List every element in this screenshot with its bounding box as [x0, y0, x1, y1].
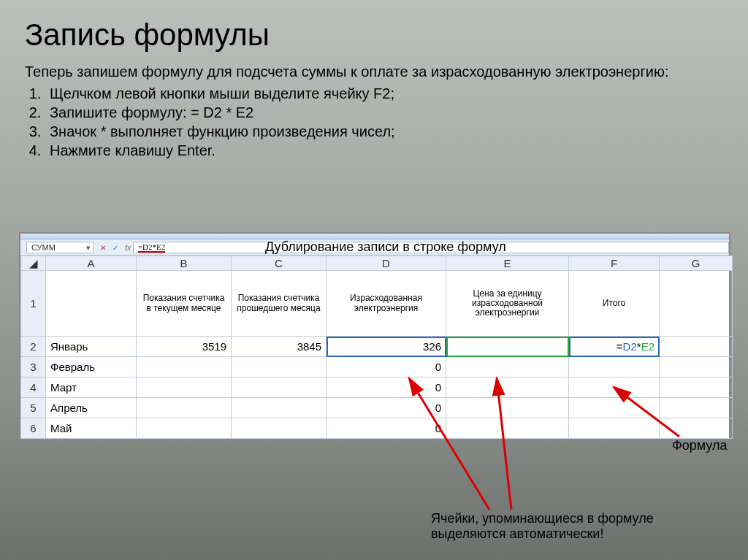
cell-C2[interactable]: 3845: [232, 337, 327, 357]
row-5-head[interactable]: 5: [21, 398, 46, 418]
cancel-icon[interactable]: ✕: [100, 244, 106, 252]
step-4: Нажмите клавишу Enter.: [45, 141, 723, 160]
slide-title: Запись формулы: [25, 18, 723, 53]
intro-text: Теперь запишем формулу для подсчета сумм…: [25, 63, 723, 81]
hdr-D[interactable]: Израсходованная электроэнергия: [327, 271, 446, 337]
cell-A2[interactable]: Январь: [46, 337, 137, 357]
step-1: Щелчком левой кнопки мыши выделите ячейк…: [45, 84, 723, 103]
hdr-E[interactable]: Цена за единицу израсходованной электроэ…: [446, 271, 569, 337]
cell-F2[interactable]: =D2*E2: [569, 337, 660, 357]
steps-list: Щелчком левой кнопки мыши выделите ячейк…: [45, 84, 723, 160]
row-1-head[interactable]: 1: [21, 271, 46, 337]
col-F[interactable]: F: [569, 256, 660, 271]
row-4-head[interactable]: 4: [21, 377, 46, 398]
cell-D4[interactable]: 0: [327, 377, 446, 398]
hdr-C[interactable]: Показания счетчика прошедшего месяца: [232, 271, 327, 337]
col-G[interactable]: G: [660, 256, 733, 271]
step-3: Значок * выполняет функцию произведения …: [45, 122, 723, 141]
row-2-head[interactable]: 2: [21, 337, 46, 357]
cell-E2[interactable]: [446, 337, 569, 357]
cell-A6[interactable]: Май: [46, 418, 137, 439]
cell-D3[interactable]: 0: [327, 357, 446, 377]
fx-icon[interactable]: fx: [125, 244, 131, 252]
annot-formula: Формула: [672, 438, 727, 453]
enter-icon[interactable]: ✓: [112, 244, 118, 252]
cell-A3[interactable]: Февраль: [46, 357, 137, 377]
col-D[interactable]: D: [327, 256, 446, 271]
step-2: Запишите формулу: = D2 * E2: [45, 103, 723, 122]
hdr-B[interactable]: Показания счетчика в текущем месяце: [137, 271, 232, 337]
hdr-A[interactable]: [46, 271, 137, 337]
row-3-head[interactable]: 3: [21, 357, 46, 377]
cell-D2[interactable]: 326: [327, 337, 446, 357]
dup-note: Дублирование записи в строке формул: [265, 239, 506, 255]
excel-screenshot: СУММ ▾ ✕ ✓ fx =D2*E2 Дублирование записи…: [19, 232, 730, 440]
cell-A5[interactable]: Апрель: [46, 398, 137, 418]
ribbon-strip: [20, 234, 729, 239]
cell-G2[interactable]: [660, 337, 733, 357]
col-B[interactable]: B: [137, 256, 232, 271]
col-E[interactable]: E: [446, 256, 569, 271]
hdr-F[interactable]: Итого: [569, 271, 660, 337]
cell-B2[interactable]: 3519: [137, 337, 232, 357]
cell-A4[interactable]: Март: [46, 377, 137, 398]
hdr-G[interactable]: [660, 271, 733, 337]
namebox-dropdown-icon[interactable]: ▾: [84, 242, 93, 253]
cell-D5[interactable]: 0: [327, 398, 446, 418]
col-C[interactable]: C: [232, 256, 327, 271]
select-all-corner[interactable]: ◢: [21, 256, 46, 271]
row-6-head[interactable]: 6: [21, 418, 46, 439]
annot-cells: Ячейки, упоминающиеся в формуле выделяют…: [431, 511, 730, 541]
cell-D6[interactable]: 0: [327, 418, 446, 439]
name-box[interactable]: СУММ ▾: [26, 242, 94, 253]
col-A[interactable]: A: [46, 256, 137, 271]
spreadsheet-grid[interactable]: ◢ A B C D E F G 1 Показания счетчика в т…: [20, 256, 733, 439]
